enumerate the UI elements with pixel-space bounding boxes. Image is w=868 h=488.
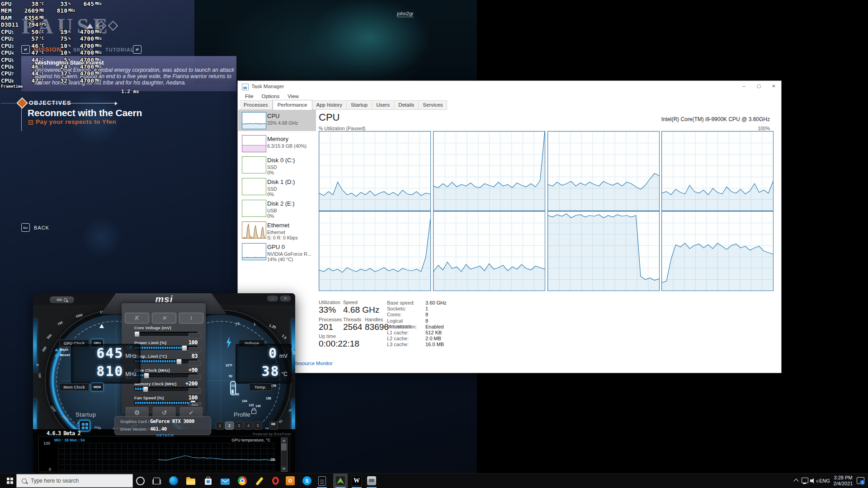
- slider-track[interactable]: [134, 359, 198, 363]
- profile-slot-button[interactable]: 5: [254, 422, 262, 430]
- tab[interactable]: Processes: [240, 100, 273, 110]
- tuning-slider[interactable]: Core Voltage (mV): [134, 325, 198, 336]
- graph-scrollbar[interactable]: [281, 437, 288, 472]
- mem-clock-tick: 750: [38, 372, 42, 378]
- detach-button[interactable]: DETACH: [156, 433, 174, 437]
- tab[interactable]: Services: [419, 100, 447, 110]
- Memory-icon[interactable]: Memory 6.3/15.9 GB (40%): [238, 133, 316, 154]
- scroll-down-icon[interactable]: [281, 466, 287, 471]
- Disk 2 (E:)-icon[interactable]: Disk 2 (E:) USB 0%: [238, 197, 316, 219]
- player-username: john2gr: [397, 11, 414, 17]
- slider-thumb[interactable]: [176, 359, 182, 365]
- scroll-up-icon[interactable]: [281, 438, 287, 443]
- notification-center-icon[interactable]: 3: [857, 477, 864, 484]
- fan-auto-button[interactable]: [189, 375, 201, 380]
- speaker-icon[interactable]: [810, 478, 817, 484]
- skype-icon[interactable]: S: [300, 474, 314, 488]
- werewolf-icon[interactable]: W: [349, 474, 364, 488]
- opera-icon[interactable]: [268, 474, 283, 488]
- tuning-slider[interactable]: Temp. Limit (°C)83: [134, 353, 198, 363]
- Ethernet-icon[interactable]: Ethernet Ethernet S: 0 R: 0 Kbps: [238, 219, 316, 240]
- skin-light-strip: [292, 319, 295, 371]
- start-button[interactable]: [4, 474, 16, 488]
- slider-track[interactable]: [134, 387, 198, 391]
- task-view-icon[interactable]: [149, 474, 164, 488]
- slider-track[interactable]: [134, 373, 198, 377]
- tuning-slider[interactable]: Memory Clock (MHz)+200: [134, 380, 198, 391]
- slider-thumb[interactable]: [143, 386, 148, 392]
- fan-auto-button[interactable]: [189, 361, 201, 366]
- scrollbar-thumb[interactable]: [281, 443, 287, 450]
- tab[interactable]: Users: [372, 100, 394, 110]
- kombustor-button[interactable]: K: [125, 313, 149, 324]
- profile-lock-icon[interactable]: [251, 410, 256, 414]
- menu-item[interactable]: Options: [258, 92, 283, 100]
- game-menu-tab[interactable]: TUTORIAL: [105, 47, 134, 52]
- slider-thumb[interactable]: [144, 373, 149, 379]
- chrome-icon[interactable]: [235, 474, 250, 488]
- fan-auto-button[interactable]: [189, 347, 201, 352]
- tab[interactable]: App history: [312, 100, 347, 110]
- fan-auto-button[interactable]: [189, 333, 201, 338]
- esc-key-icon[interactable]: Esc: [21, 223, 30, 232]
- fan-auto-button[interactable]: [189, 388, 201, 394]
- cortana-icon[interactable]: [133, 474, 147, 488]
- taskbar-search-box[interactable]: Type here to search: [16, 474, 133, 488]
- slider-track[interactable]: [134, 346, 198, 350]
- edge-icon[interactable]: [166, 474, 181, 488]
- profile-save-button[interactable]: [269, 422, 278, 430]
- rivatuner-icon[interactable]: [364, 474, 379, 488]
- maximize-button[interactable]: ▢: [751, 81, 766, 91]
- tab[interactable]: Details: [394, 100, 419, 110]
- slider-thumb[interactable]: [182, 345, 187, 351]
- celsius-tick: 60: [278, 419, 283, 423]
- network-icon[interactable]: [802, 478, 808, 483]
- tab[interactable]: Startup: [347, 100, 372, 110]
- notepad-icon[interactable]: [315, 474, 329, 488]
- info-button[interactable]: i: [179, 313, 203, 324]
- CPU-icon[interactable]: CPU 33% 4.68 GHz: [238, 110, 316, 131]
- y-axis-max: 100: [43, 441, 50, 446]
- slider-thumb[interactable]: [134, 331, 140, 337]
- osd-row: CPU2 57°C 75% 4700MHz: [1, 35, 108, 42]
- profile-slot-button[interactable]: 3: [235, 422, 243, 430]
- slider-track[interactable]: [134, 332, 198, 336]
- sidebar-item-name: Disk 1 (D:): [267, 178, 295, 185]
- oc-scanner-button[interactable]: OC: [49, 296, 75, 304]
- tab[interactable]: Performance: [273, 100, 312, 110]
- title-bar[interactable]: Task Manager – ▢ ✕: [238, 81, 781, 92]
- outlook-icon[interactable]: O: [283, 474, 297, 488]
- back-button[interactable]: BACK: [34, 225, 49, 230]
- GPU 0-icon[interactable]: GPU 0 NVIDIA GeForce R... 14% (40 °C): [238, 241, 316, 262]
- task-manager-app-icon: [242, 84, 249, 90]
- profile-slot-button[interactable]: 1: [216, 422, 224, 430]
- language-indicator[interactable]: ENG: [819, 478, 830, 483]
- file-explorer-icon[interactable]: [184, 474, 198, 488]
- close-button[interactable]: ✕: [279, 295, 291, 302]
- Disk 1 (D:)-icon[interactable]: Disk 1 (D:) SSD 0%: [238, 176, 316, 197]
- minimize-button[interactable]: –: [736, 81, 751, 91]
- tab-next-key-icon[interactable]: ⇄: [133, 45, 142, 54]
- store-icon[interactable]: [201, 474, 215, 488]
- menu-item[interactable]: File: [241, 92, 257, 100]
- windows-taskbar: Type here to search: [0, 473, 868, 488]
- taskbar-clock[interactable]: 3:28 PM 2/4/2021: [832, 475, 854, 487]
- menu-item[interactable]: View: [284, 92, 302, 100]
- afterburner-icon[interactable]: [333, 474, 348, 488]
- tuning-slider[interactable]: Core Clock (MHz)+90: [134, 367, 198, 377]
- afterburner-logo-button[interactable]: ✕: [152, 313, 176, 324]
- close-button[interactable]: ✕: [766, 81, 781, 91]
- slider-track[interactable]: [134, 401, 198, 405]
- minimize-button[interactable]: –: [267, 295, 278, 302]
- tuning-slider[interactable]: Power Limit (%)100: [134, 339, 198, 350]
- slider-icon: [127, 332, 132, 337]
- marker-icon[interactable]: [252, 474, 266, 488]
- hidden-icons-chevron-icon[interactable]: [793, 479, 798, 483]
- mail-icon[interactable]: [218, 474, 232, 488]
- tuning-slider[interactable]: Fan Speed (%)100 Auto: [134, 394, 198, 405]
- profile-slot-button[interactable]: 4: [244, 422, 253, 430]
- profile-slot-button[interactable]: 2: [225, 422, 234, 430]
- mem-chip-button[interactable]: MEM: [91, 383, 104, 391]
- Disk 0 (C:)-icon[interactable]: Disk 0 (C:) SSD 0%: [238, 154, 316, 175]
- gpu-temp-value: 38: [261, 363, 279, 379]
